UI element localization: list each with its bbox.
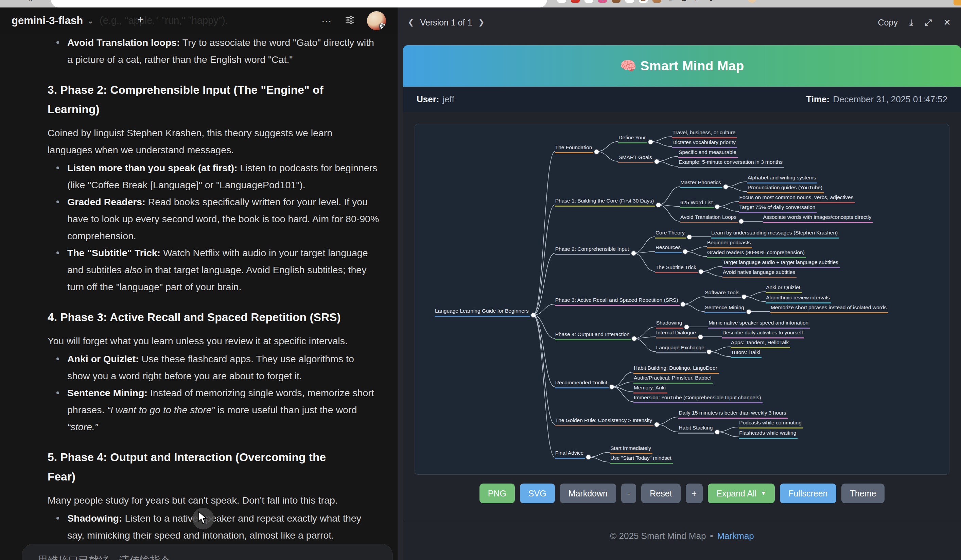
mindmap-node[interactable]: The Subtitle Trick	[655, 264, 697, 273]
mindmap-node[interactable]: Habit Building: Duolingo, LingoDeer	[633, 364, 719, 374]
model-selector[interactable]: gemini-3-flash	[11, 14, 83, 27]
blue-f-extension-icon[interactable]: f	[585, 0, 593, 3]
mindmap-node[interactable]: Specific and measurable	[678, 149, 738, 158]
controls-sliders-icon[interactable]	[344, 14, 355, 27]
mindmap-node[interactable]: Flashcards while waiting	[739, 430, 797, 439]
mindmap-node[interactable]: Target language audio + target language …	[722, 259, 840, 268]
expand-icon[interactable]: ⤢	[925, 17, 932, 28]
close-icon[interactable]: ✕	[943, 17, 951, 28]
download-extension-icon[interactable]: ⤓	[666, 0, 675, 3]
mindmap-node[interactable]: Apps: Tandem, HelloTalk	[731, 339, 791, 348]
reset-view-button[interactable]: Reset	[641, 483, 680, 503]
mindmap-collapse-dot[interactable]	[656, 203, 660, 207]
apps-grid-icon[interactable]: ⣿	[29, 0, 33, 1]
monkey-extension-icon[interactable]	[612, 0, 620, 3]
mindmap-node[interactable]: SMART Goals	[618, 154, 654, 163]
zoom-in-button[interactable]: +	[686, 483, 703, 503]
mindmap-node[interactable]: Tutors: iTalki	[731, 349, 762, 358]
panda-extension-icon[interactable]: ●	[625, 0, 634, 3]
mindmap-node[interactable]: Sentence Mining	[704, 304, 745, 313]
mindmap-node[interactable]: The Golden Rule: Consistency > Intensity	[555, 417, 654, 426]
mindmap-node[interactable]: Phase 2: Comprehensible Input	[555, 246, 630, 255]
mindmap-node[interactable]: 625 Word List	[680, 199, 714, 208]
mindmap-collapse-dot[interactable]	[595, 149, 599, 154]
mindmap-node[interactable]: Describe daily activities to yourself	[722, 329, 804, 339]
mindmap-collapse-dot[interactable]	[715, 205, 719, 209]
mindmap-node[interactable]: Alphabet and writing systems	[747, 174, 818, 183]
mindmap-node[interactable]: Core Theory	[655, 229, 686, 239]
mindmap-collapse-dot[interactable]	[699, 270, 703, 274]
mindmap-node[interactable]: Example: 5-minute conversation in 3 mont…	[678, 159, 784, 168]
mindmap-node[interactable]: Memory: Anki	[633, 384, 667, 393]
mindmap-node[interactable]: Phase 3: Active Recall and Spaced Repeti…	[555, 297, 680, 306]
mindmap-node[interactable]: Shadowing	[656, 319, 684, 329]
mindmap-node[interactable]: Recommended Toolkit	[555, 379, 609, 388]
export-markdown-button[interactable]: Markdown	[560, 483, 616, 503]
mindmap-node[interactable]: Associate words with images/concepts dir…	[763, 214, 873, 223]
red-v-extension-icon[interactable]: V	[571, 0, 580, 3]
new-chat-button[interactable]: +	[137, 14, 144, 26]
mindmap-node[interactable]: Language Learning Guide for Beginners	[435, 308, 530, 317]
download-icon[interactable]: ⤓	[910, 17, 913, 28]
bookmark-star-icon[interactable]: ☆	[525, 0, 530, 0]
copy-button[interactable]: Copy	[878, 18, 898, 27]
user-avatar[interactable]: ⚽	[367, 11, 386, 30]
mindmap-node[interactable]: Pronunciation guides (YouTube)	[747, 184, 824, 193]
glasses-extension-icon[interactable]: ∞	[557, 0, 566, 3]
mindmap-collapse-dot[interactable]	[747, 310, 751, 314]
mindmap-node[interactable]: Audio/Practical: Pimsleur, Babbel	[633, 374, 713, 383]
mindmap-node[interactable]: Anki or Quizlet	[766, 284, 802, 293]
mindmap-node[interactable]: Define Your	[618, 134, 647, 143]
mindmap-node[interactable]: Travel, business, or culture	[672, 129, 737, 138]
mindmap-canvas[interactable]: Language Learning Guide for BeginnersThe…	[415, 124, 949, 474]
mindmap-node[interactable]: Software Tools	[704, 289, 741, 298]
monkey2-extension-icon[interactable]	[652, 0, 661, 3]
notebook-extension-icon[interactable]: ▤	[639, 0, 648, 3]
chat-input[interactable]: 思维接口已就绪，请传输指令。	[22, 544, 393, 560]
mindmap-collapse-dot[interactable]	[739, 219, 744, 224]
export-png-button[interactable]: PNG	[479, 483, 515, 503]
address-bar[interactable]: https://open-webui.yangtzedaidata.site/c…	[51, 0, 547, 8]
mindmap-node[interactable]: Daily 15 minutes is better than weekly 3…	[678, 409, 787, 419]
mindmap-collapse-dot[interactable]	[632, 336, 636, 341]
next-version-button[interactable]: ❯	[478, 18, 484, 27]
mindmap-collapse-dot[interactable]	[531, 313, 535, 318]
mindmap-collapse-dot[interactable]	[632, 251, 636, 255]
mindmap-node[interactable]: Use "Start Today" mindset	[610, 455, 673, 464]
mindmap-collapse-dot[interactable]	[707, 350, 711, 354]
export-svg-button[interactable]: SVG	[520, 483, 555, 503]
mindmap-node[interactable]: Dictates vocabulary priority	[672, 139, 737, 148]
zoom-out-button[interactable]: -	[621, 483, 636, 503]
scissors-extension-icon[interactable]: ✂	[734, 0, 743, 3]
chevron-down-icon[interactable]: ⌄	[87, 16, 94, 26]
corner-extension-icon[interactable]	[953, 0, 961, 5]
pointer-extension-icon[interactable]: ▶	[693, 0, 702, 3]
mindmap-node[interactable]: Memorize short phrases instead of isolat…	[770, 304, 888, 313]
mindmap-collapse-dot[interactable]	[654, 159, 659, 164]
mindmap-node[interactable]: Beginner podcasts	[707, 239, 752, 249]
mindmap-node[interactable]: Language Exchange	[656, 344, 706, 353]
mindmap-node[interactable]: Mimic native speaker speed and intonatio…	[708, 319, 810, 329]
mindmap-node[interactable]: Master Phonetics	[680, 179, 722, 188]
mindmap-node[interactable]: Immersion: YouTube (Comprehensible Input…	[633, 394, 762, 403]
mindmap-node[interactable]: Start immediately	[610, 445, 652, 454]
reload-icon[interactable]: ⟳	[3, 0, 8, 1]
mindmap-node[interactable]: Habit Stacking	[678, 424, 714, 433]
mindmap-container[interactable]: Language Learning Guide for BeginnersThe…	[415, 124, 950, 475]
mindmap-collapse-dot[interactable]	[698, 335, 703, 339]
link-icon[interactable]: ◎	[490, 0, 495, 0]
mindmap-collapse-dot[interactable]	[648, 140, 653, 144]
chat-menu-icon[interactable]: ⋯	[321, 15, 332, 27]
theme-button[interactable]: Theme	[841, 483, 885, 503]
mindmap-node[interactable]: Internal Dialogue	[656, 329, 697, 339]
mindmap-node[interactable]: Avoid Translation Loops	[680, 214, 738, 223]
pink-ca-extension-icon[interactable]: c	[598, 0, 607, 3]
mindmap-node[interactable]: Resources	[655, 244, 682, 253]
mindmap-node[interactable]: Algorithmic review intervals	[766, 294, 831, 303]
fullscreen-button[interactable]: Fullscreen	[780, 483, 836, 503]
archive-extension-icon[interactable]: ▯	[707, 0, 716, 3]
mindmap-node[interactable]: Avoid native language subtitles	[722, 269, 797, 278]
profile-avatar[interactable]	[747, 0, 757, 3]
mindmap-node[interactable]: Phase 1: Building the Core (First 30 Day…	[555, 197, 655, 207]
mindmap-node[interactable]: Phase 4: Output and Interaction	[555, 331, 631, 340]
